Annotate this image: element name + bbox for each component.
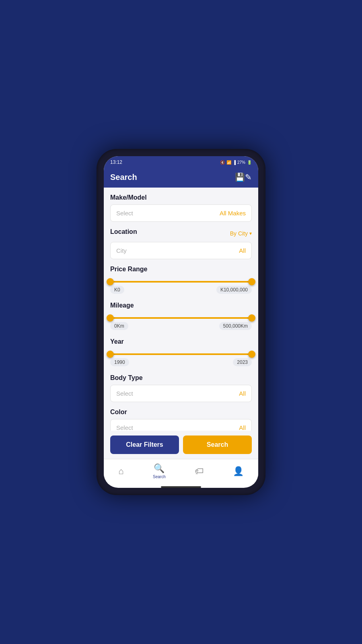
mute-icon: 🔇 <box>220 160 225 165</box>
mileage-min-label: 0Km <box>110 322 128 330</box>
phone-screen: 13:12 🔇 📶 ▐ 27% 🔋 Search 💾✎ Make/Model S… <box>104 156 258 488</box>
edit-icon[interactable]: 💾✎ <box>235 172 252 182</box>
nav-profile[interactable]: 👤 <box>233 466 244 477</box>
year-thumb-min[interactable] <box>107 351 114 358</box>
chevron-down-icon: ▾ <box>249 231 252 236</box>
signal-icon: ▐ <box>233 160 236 165</box>
mileage-thumb-min[interactable] <box>107 314 114 322</box>
body-type-section: Body Type Select All <box>110 374 252 402</box>
nav-home[interactable]: ⌂ <box>118 466 123 477</box>
color-placeholder: Select <box>116 424 133 431</box>
search-nav-label: Search <box>153 475 166 479</box>
price-min-label: K0 <box>110 286 124 294</box>
price-range-label: Price Range <box>110 266 252 273</box>
location-filter-type[interactable]: By City ▾ <box>230 230 252 237</box>
clear-filters-button[interactable]: Clear Filters <box>110 436 179 454</box>
make-model-label: Make/Model <box>110 194 252 201</box>
price-track <box>110 281 252 283</box>
wifi-icon: 📶 <box>226 160 231 165</box>
year-section: Year 1990 2023 <box>110 338 252 368</box>
price-thumb-max[interactable] <box>248 278 255 285</box>
profile-icon: 👤 <box>233 466 244 477</box>
status-time: 13:12 <box>110 159 122 165</box>
price-range-slider[interactable]: K0 K10,000,000 <box>110 276 252 295</box>
phone-frame: 13:12 🔇 📶 ▐ 27% 🔋 Search 💾✎ Make/Model S… <box>97 149 265 495</box>
make-model-placeholder: Select <box>116 210 133 217</box>
year-max-label: 2023 <box>233 358 252 366</box>
mileage-slider[interactable]: 0Km 500,000Km <box>110 312 252 332</box>
year-slider[interactable]: 1990 2023 <box>110 349 252 368</box>
status-bar: 13:12 🔇 📶 ▐ 27% 🔋 <box>104 156 258 168</box>
home-bar <box>161 486 201 488</box>
battery-percent: 27% <box>237 160 245 165</box>
city-select[interactable]: City All <box>110 242 252 259</box>
city-placeholder: City <box>116 247 127 254</box>
home-icon: ⌂ <box>118 466 123 477</box>
mileage-track <box>110 317 252 319</box>
nav-tags[interactable]: 🏷 <box>195 466 204 477</box>
price-range-section: Price Range K0 K10,000,000 <box>110 266 252 295</box>
body-type-placeholder: Select <box>116 390 133 397</box>
color-section: Color Select All <box>110 409 252 431</box>
search-button[interactable]: Search <box>183 436 252 454</box>
year-min-label: 1990 <box>110 358 129 366</box>
mileage-max-label: 500,000Km <box>219 322 252 330</box>
make-model-select[interactable]: Select All Makes <box>110 204 252 222</box>
body-type-label: Body Type <box>110 374 252 382</box>
search-nav-icon: 🔍 <box>154 463 165 474</box>
app-title: Search <box>110 173 137 182</box>
price-max-label: K10,000,000 <box>216 286 252 294</box>
body-type-select[interactable]: Select All <box>110 385 252 402</box>
make-model-section: Make/Model Select All Makes <box>110 194 252 222</box>
city-value: All <box>239 247 246 254</box>
mileage-section: Mileage 0Km 500,000Km <box>110 302 252 332</box>
location-label: Location <box>110 228 137 235</box>
app-header: Search 💾✎ <box>104 168 258 188</box>
year-label: Year <box>110 338 252 345</box>
tag-icon: 🏷 <box>195 466 204 477</box>
mileage-label: Mileage <box>110 302 252 309</box>
make-model-value: All Makes <box>220 210 246 217</box>
price-labels: K0 K10,000,000 <box>110 286 252 294</box>
color-value: All <box>239 424 246 431</box>
mileage-labels: 0Km 500,000Km <box>110 322 252 330</box>
location-header: Location By City ▾ <box>110 228 252 239</box>
mileage-thumb-max[interactable] <box>248 314 255 322</box>
status-icons: 🔇 📶 ▐ 27% 🔋 <box>220 160 252 165</box>
bottom-buttons: Clear Filters Search <box>104 431 258 459</box>
bottom-nav: ⌂ 🔍 Search 🏷 👤 <box>104 459 258 485</box>
year-labels: 1990 2023 <box>110 358 252 366</box>
main-content: Make/Model Select All Makes Location By … <box>104 188 258 431</box>
color-label: Color <box>110 409 252 416</box>
year-track <box>110 353 252 355</box>
color-select[interactable]: Select All <box>110 419 252 431</box>
year-thumb-max[interactable] <box>248 351 255 358</box>
battery-icon: 🔋 <box>247 160 252 165</box>
price-thumb-min[interactable] <box>107 278 114 285</box>
body-type-value: All <box>239 390 246 397</box>
nav-search[interactable]: 🔍 Search <box>153 463 166 479</box>
location-section: Location By City ▾ City All <box>110 228 252 259</box>
